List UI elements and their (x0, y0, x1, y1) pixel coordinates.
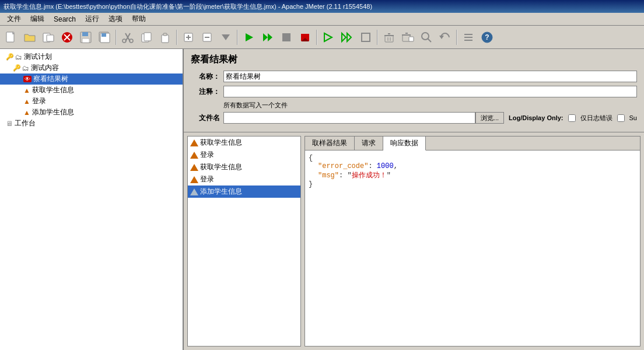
errors-label: 仅日志错误 (580, 114, 612, 123)
reset-button[interactable] (436, 29, 454, 46)
save-all-button[interactable] (96, 29, 113, 46)
svg-marker-34 (347, 33, 351, 41)
list-button[interactable] (460, 29, 477, 46)
main-layout: 🔑 🗂 测试计划 🔑 🗂 测试内容 👁 察看结果树 ▲ 获取学生信息 ▲ 登录 (0, 49, 644, 350)
run-button[interactable] (240, 29, 258, 46)
browse-button[interactable]: 浏览... (475, 112, 504, 124)
tree-node-add-student[interactable]: ▲ 添加学生信息 (0, 107, 183, 118)
name-input[interactable] (223, 71, 637, 82)
file-name-row: 文件名 浏览... Log/Display Only: 仅日志错误 Su (191, 112, 637, 124)
file-section-label: 所有数据写入一个文件 (223, 101, 637, 110)
toggle-button[interactable] (217, 29, 235, 46)
svg-rect-17 (144, 33, 151, 41)
search-icon-button[interactable] (418, 29, 435, 46)
errors-checkbox[interactable] (568, 114, 576, 122)
stop-now-button[interactable] (296, 29, 314, 46)
help-button[interactable]: ? (478, 29, 496, 46)
run-all-button[interactable] (259, 29, 276, 46)
menu-run[interactable]: 运行 (80, 13, 104, 25)
key-icon: 🔑 (6, 53, 14, 61)
menu-options[interactable]: 选项 (104, 13, 127, 25)
svg-marker-25 (222, 34, 230, 40)
new-button[interactable] (2, 29, 20, 46)
svg-rect-19 (163, 33, 167, 36)
separator-5 (377, 30, 378, 45)
tree-label-get-student: 获取学生信息 (32, 85, 74, 95)
comment-input[interactable] (223, 86, 637, 97)
separator-6 (456, 30, 457, 45)
key-icon-2: 🔑 (13, 64, 21, 72)
tree-node-get-student[interactable]: ▲ 获取学生信息 (0, 85, 183, 96)
separator-2 (176, 30, 177, 45)
remote-start-button[interactable] (320, 29, 337, 46)
name-label: 名称： (191, 72, 220, 82)
close-button[interactable] (40, 29, 57, 46)
tree-node-test-content[interactable]: 🔑 🗂 测试内容 (0, 62, 183, 74)
remote-all-button[interactable] (338, 29, 356, 46)
svg-marker-32 (324, 33, 332, 41)
cut-button[interactable] (119, 29, 136, 46)
title-text: 获取学生信息.jmx (E:\besttest\python\python自动化… (4, 2, 372, 11)
add-student-icon: ▲ (23, 108, 30, 117)
name-row: 名称： (191, 71, 637, 82)
svg-marker-47 (439, 36, 444, 39)
delete-button[interactable] (58, 29, 76, 46)
open-button[interactable] (21, 29, 38, 46)
config-title: 察看结果树 (191, 54, 637, 66)
results-content: 取样器结果 请求 响应数据 { "error_code": 1000, "msg… (304, 136, 640, 346)
stop-button[interactable] (278, 29, 295, 46)
file-name-input[interactable] (223, 112, 475, 124)
tab-bar: 取样器结果 请求 响应数据 (305, 136, 640, 150)
svg-rect-18 (162, 35, 169, 43)
config-area: 察看结果树 名称： 注释： 所有数据写入一个文件 文件名 浏览... Log/D… (184, 49, 644, 132)
menu-edit[interactable]: 编辑 (26, 13, 49, 25)
svg-marker-27 (263, 33, 268, 41)
svg-rect-36 (385, 36, 393, 42)
view-result-icon: 👁 (23, 76, 32, 82)
tree-node-login[interactable]: ▲ 登录 (0, 96, 183, 107)
save-button[interactable] (77, 29, 94, 46)
menu-search[interactable]: Search (49, 14, 80, 24)
separator-1 (116, 30, 117, 45)
remote-stop-button[interactable] (357, 29, 374, 46)
copy-button[interactable] (138, 29, 155, 46)
tree-label-test-content: 测试内容 (31, 63, 59, 73)
tree-node-test-plan[interactable]: 🔑 🗂 测试计划 (0, 51, 183, 62)
tree-node-view-result[interactable]: 👁 察看结果树 (0, 74, 183, 85)
title-bar: 获取学生信息.jmx (E:\besttest\python\python自动化… (0, 0, 644, 13)
clear-all-button[interactable] (399, 29, 416, 46)
tree-label-test-plan: 测试计划 (24, 52, 52, 62)
tab-response-data[interactable]: 响应数据 (383, 136, 426, 150)
json-line-1: { (309, 154, 636, 162)
separator-4 (316, 30, 317, 45)
tab-request[interactable]: 请求 (355, 136, 383, 150)
right-panel: 察看结果树 名称： 注释： 所有数据写入一个文件 文件名 浏览... Log/D… (184, 49, 644, 350)
menu-file[interactable]: 文件 (2, 13, 26, 25)
success-checkbox[interactable] (617, 114, 625, 122)
result-item-1[interactable]: 登录 (188, 149, 300, 161)
collapse-button[interactable] (198, 29, 216, 46)
expand-button[interactable] (180, 29, 197, 46)
clear-button[interactable] (380, 29, 398, 46)
tree-label-login: 登录 (32, 96, 46, 106)
result-item-4[interactable]: 添加学生信息 (188, 186, 300, 198)
login-icon: ▲ (23, 97, 30, 106)
tab-sampler-result[interactable]: 取样器结果 (305, 136, 355, 150)
result-item-3[interactable]: 登录 (188, 173, 300, 186)
result-item-0[interactable]: 获取学生信息 (188, 136, 300, 149)
paste-button[interactable] (156, 29, 174, 46)
menu-help[interactable]: 帮助 (127, 13, 150, 25)
svg-line-46 (428, 38, 431, 42)
result-triangle-icon-2 (190, 163, 198, 172)
tree-label-add-student: 添加学生信息 (32, 107, 74, 117)
test-content-icon: 🗂 (22, 64, 29, 72)
comment-label: 注释： (191, 87, 220, 97)
comment-row: 注释： (191, 86, 637, 97)
result-triangle-icon-1 (190, 151, 198, 159)
tab-content-area: { "error_code": 1000, "msg": "操作成功！" } (305, 150, 640, 346)
svg-text:?: ? (485, 33, 489, 41)
result-item-2[interactable]: 获取学生信息 (188, 161, 300, 173)
workbench-icon: 🖥 (6, 120, 13, 128)
result-triangle-icon-4 (190, 188, 198, 196)
tree-node-workbench[interactable]: 🖥 工作台 (0, 118, 183, 129)
